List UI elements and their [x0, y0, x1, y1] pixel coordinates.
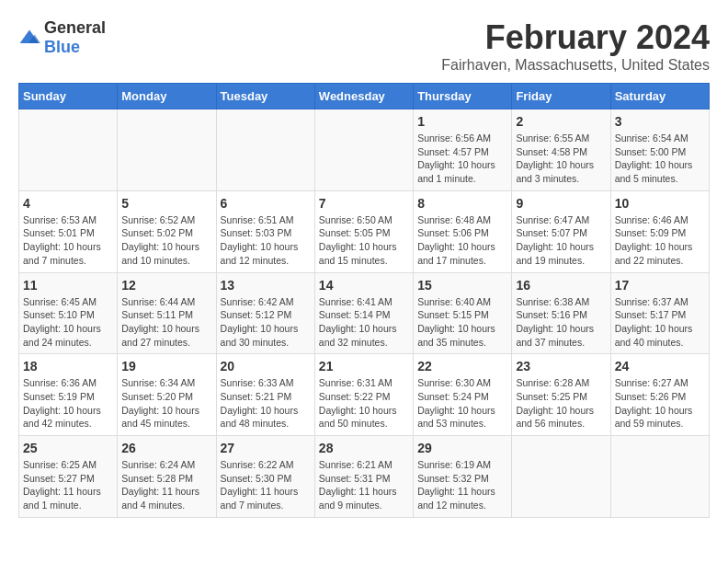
day-number: 13	[221, 278, 311, 293]
day-info: Sunrise: 6:56 AM Sunset: 4:57 PM Dayligh…	[417, 132, 507, 186]
calendar-cell: 8Sunrise: 6:48 AM Sunset: 5:06 PM Daylig…	[414, 190, 512, 272]
calendar-cell: 2Sunrise: 6:55 AM Sunset: 4:58 PM Daylig…	[512, 109, 610, 191]
calendar-cell: 15Sunrise: 6:40 AM Sunset: 5:15 PM Dayli…	[414, 272, 512, 354]
day-info: Sunrise: 6:27 AM Sunset: 5:26 PM Dayligh…	[615, 376, 705, 431]
day-number: 20	[221, 359, 311, 373]
calendar-cell: 7Sunrise: 6:50 AM Sunset: 5:05 PM Daylig…	[314, 190, 413, 272]
day-number: 28	[319, 441, 409, 455]
header-cell-thursday: Thursday	[414, 84, 512, 109]
day-number: 17	[615, 278, 705, 293]
day-number: 18	[23, 359, 113, 373]
day-number: 11	[23, 278, 113, 293]
header-cell-sunday: Sunday	[19, 84, 118, 109]
calendar-cell: 23Sunrise: 6:28 AM Sunset: 5:25 PM Dayli…	[512, 354, 610, 436]
calendar-cell: 3Sunrise: 6:54 AM Sunset: 5:00 PM Daylig…	[610, 109, 709, 191]
calendar-cell: 27Sunrise: 6:22 AM Sunset: 5:30 PM Dayli…	[216, 436, 314, 518]
day-number: 21	[319, 359, 409, 373]
day-info: Sunrise: 6:44 AM Sunset: 5:11 PM Dayligh…	[121, 295, 211, 350]
calendar-table: SundayMondayTuesdayWednesdayThursdayFrid…	[18, 83, 710, 518]
calendar-cell: 12Sunrise: 6:44 AM Sunset: 5:11 PM Dayli…	[118, 272, 216, 354]
day-number: 12	[121, 278, 211, 293]
day-number: 25	[23, 441, 113, 455]
day-number: 8	[417, 196, 507, 211]
week-row-4: 25Sunrise: 6:25 AM Sunset: 5:27 PM Dayli…	[19, 436, 710, 518]
calendar-cell: 19Sunrise: 6:34 AM Sunset: 5:20 PM Dayli…	[118, 354, 216, 436]
calendar-header: SundayMondayTuesdayWednesdayThursdayFrid…	[19, 84, 710, 109]
day-info: Sunrise: 6:21 AM Sunset: 5:31 PM Dayligh…	[319, 458, 409, 512]
day-number: 3	[615, 114, 705, 129]
header-cell-wednesday: Wednesday	[314, 84, 413, 109]
day-number: 16	[516, 278, 606, 293]
day-info: Sunrise: 6:42 AM Sunset: 5:12 PM Dayligh…	[221, 295, 311, 350]
day-info: Sunrise: 6:47 AM Sunset: 5:07 PM Dayligh…	[516, 213, 606, 268]
day-number: 2	[516, 114, 606, 129]
week-row-3: 18Sunrise: 6:36 AM Sunset: 5:19 PM Dayli…	[19, 354, 710, 436]
calendar-cell: 13Sunrise: 6:42 AM Sunset: 5:12 PM Dayli…	[216, 272, 314, 354]
day-info: Sunrise: 6:54 AM Sunset: 5:00 PM Dayligh…	[615, 132, 705, 186]
day-number: 23	[516, 359, 606, 373]
calendar-cell: 25Sunrise: 6:25 AM Sunset: 5:27 PM Dayli…	[19, 436, 118, 518]
calendar-cell: 16Sunrise: 6:38 AM Sunset: 5:16 PM Dayli…	[512, 272, 610, 354]
day-number: 26	[121, 441, 211, 455]
day-info: Sunrise: 6:25 AM Sunset: 5:27 PM Dayligh…	[23, 458, 113, 512]
day-number: 22	[417, 359, 507, 373]
calendar-cell: 14Sunrise: 6:41 AM Sunset: 5:14 PM Dayli…	[314, 272, 413, 354]
subtitle: Fairhaven, Massachusetts, United States	[441, 57, 710, 74]
main-title: February 2024	[441, 18, 710, 57]
calendar-cell: 18Sunrise: 6:36 AM Sunset: 5:19 PM Dayli…	[19, 354, 118, 436]
day-number: 6	[221, 196, 311, 211]
header-cell-monday: Monday	[118, 84, 216, 109]
day-number: 29	[417, 441, 507, 455]
day-number: 4	[23, 196, 113, 211]
day-number: 5	[121, 196, 211, 211]
day-info: Sunrise: 6:51 AM Sunset: 5:03 PM Dayligh…	[221, 213, 311, 268]
calendar-cell	[118, 109, 216, 191]
header-cell-tuesday: Tuesday	[216, 84, 314, 109]
calendar-cell: 29Sunrise: 6:19 AM Sunset: 5:32 PM Dayli…	[414, 436, 512, 518]
calendar-cell: 22Sunrise: 6:30 AM Sunset: 5:24 PM Dayli…	[414, 354, 512, 436]
day-number: 19	[121, 359, 211, 373]
header-cell-friday: Friday	[512, 84, 610, 109]
day-info: Sunrise: 6:33 AM Sunset: 5:21 PM Dayligh…	[221, 376, 311, 431]
calendar-cell	[314, 109, 413, 191]
calendar-cell: 10Sunrise: 6:46 AM Sunset: 5:09 PM Dayli…	[610, 190, 709, 272]
calendar-cell: 11Sunrise: 6:45 AM Sunset: 5:10 PM Dayli…	[19, 272, 118, 354]
day-number: 27	[221, 441, 311, 455]
header-cell-saturday: Saturday	[610, 84, 709, 109]
day-info: Sunrise: 6:50 AM Sunset: 5:05 PM Dayligh…	[319, 213, 409, 268]
title-area: February 2024 Fairhaven, Massachusetts, …	[441, 18, 710, 74]
day-info: Sunrise: 6:52 AM Sunset: 5:02 PM Dayligh…	[121, 213, 211, 268]
day-number: 1	[417, 114, 507, 129]
calendar-cell: 4Sunrise: 6:53 AM Sunset: 5:01 PM Daylig…	[19, 190, 118, 272]
calendar-body: 1Sunrise: 6:56 AM Sunset: 4:57 PM Daylig…	[19, 109, 710, 518]
calendar-cell: 9Sunrise: 6:47 AM Sunset: 5:07 PM Daylig…	[512, 190, 610, 272]
calendar-cell: 5Sunrise: 6:52 AM Sunset: 5:02 PM Daylig…	[118, 190, 216, 272]
day-number: 24	[615, 359, 705, 373]
logo-text-blue: Blue	[44, 38, 80, 56]
day-info: Sunrise: 6:24 AM Sunset: 5:28 PM Dayligh…	[121, 458, 211, 512]
day-info: Sunrise: 6:53 AM Sunset: 5:01 PM Dayligh…	[23, 213, 113, 268]
day-info: Sunrise: 6:36 AM Sunset: 5:19 PM Dayligh…	[23, 376, 113, 431]
day-info: Sunrise: 6:22 AM Sunset: 5:30 PM Dayligh…	[221, 458, 311, 512]
day-number: 10	[615, 196, 705, 211]
calendar-cell: 1Sunrise: 6:56 AM Sunset: 4:57 PM Daylig…	[414, 109, 512, 191]
header-row: SundayMondayTuesdayWednesdayThursdayFrid…	[19, 84, 710, 109]
day-info: Sunrise: 6:48 AM Sunset: 5:06 PM Dayligh…	[417, 213, 507, 268]
calendar-cell	[610, 436, 709, 518]
day-info: Sunrise: 6:37 AM Sunset: 5:17 PM Dayligh…	[615, 295, 705, 350]
calendar-cell: 28Sunrise: 6:21 AM Sunset: 5:31 PM Dayli…	[314, 436, 413, 518]
calendar-cell: 24Sunrise: 6:27 AM Sunset: 5:26 PM Dayli…	[610, 354, 709, 436]
week-row-0: 1Sunrise: 6:56 AM Sunset: 4:57 PM Daylig…	[19, 109, 710, 191]
day-info: Sunrise: 6:41 AM Sunset: 5:14 PM Dayligh…	[319, 295, 409, 350]
day-info: Sunrise: 6:38 AM Sunset: 5:16 PM Dayligh…	[516, 295, 606, 350]
day-info: Sunrise: 6:40 AM Sunset: 5:15 PM Dayligh…	[417, 295, 507, 350]
header: General Blue February 2024 Fairhaven, Ma…	[18, 18, 710, 74]
calendar-cell: 26Sunrise: 6:24 AM Sunset: 5:28 PM Dayli…	[118, 436, 216, 518]
day-info: Sunrise: 6:55 AM Sunset: 4:58 PM Dayligh…	[516, 132, 606, 186]
day-info: Sunrise: 6:28 AM Sunset: 5:25 PM Dayligh…	[516, 376, 606, 431]
day-info: Sunrise: 6:45 AM Sunset: 5:10 PM Dayligh…	[23, 295, 113, 350]
day-info: Sunrise: 6:34 AM Sunset: 5:20 PM Dayligh…	[121, 376, 211, 431]
day-info: Sunrise: 6:30 AM Sunset: 5:24 PM Dayligh…	[417, 376, 507, 431]
day-info: Sunrise: 6:31 AM Sunset: 5:22 PM Dayligh…	[319, 376, 409, 431]
day-info: Sunrise: 6:19 AM Sunset: 5:32 PM Dayligh…	[417, 458, 507, 512]
